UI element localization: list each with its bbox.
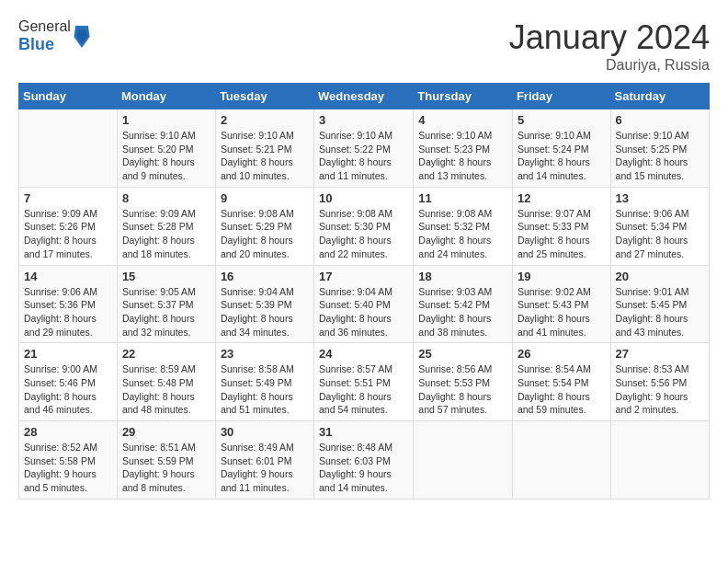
weekday-header-tuesday: Tuesday (215, 84, 313, 109)
calendar-cell: 2Sunrise: 9:10 AM Sunset: 5:21 PM Daylig… (215, 109, 313, 188)
day-info: Sunrise: 9:07 AM Sunset: 5:33 PM Dayligh… (518, 207, 606, 261)
calendar-cell: 14Sunrise: 9:06 AM Sunset: 5:36 PM Dayli… (19, 265, 118, 343)
month-year-title: January 2024 (509, 18, 710, 57)
calendar-cell: 18Sunrise: 9:03 AM Sunset: 5:42 PM Dayli… (414, 265, 513, 343)
day-number: 22 (122, 347, 210, 361)
calendar-cell: 15Sunrise: 9:05 AM Sunset: 5:37 PM Dayli… (117, 265, 215, 343)
day-info: Sunrise: 9:09 AM Sunset: 5:28 PM Dayligh… (122, 207, 210, 261)
day-info: Sunrise: 9:10 AM Sunset: 5:21 PM Dayligh… (221, 129, 309, 183)
day-number: 29 (122, 425, 210, 439)
day-number: 10 (319, 191, 408, 205)
day-info: Sunrise: 8:51 AM Sunset: 5:59 PM Dayligh… (122, 441, 210, 495)
day-number: 7 (24, 191, 112, 205)
calendar-cell: 28Sunrise: 8:52 AM Sunset: 5:58 PM Dayli… (19, 421, 118, 500)
calendar-week-row: 21Sunrise: 9:00 AM Sunset: 5:46 PM Dayli… (19, 343, 710, 421)
day-number: 6 (616, 113, 704, 127)
calendar-cell: 3Sunrise: 9:10 AM Sunset: 5:22 PM Daylig… (314, 109, 414, 188)
day-number: 2 (221, 113, 309, 127)
calendar-cell: 16Sunrise: 9:04 AM Sunset: 5:39 PM Dayli… (215, 265, 313, 343)
weekday-header-wednesday: Wednesday (314, 84, 414, 109)
day-info: Sunrise: 8:49 AM Sunset: 6:01 PM Dayligh… (221, 441, 309, 495)
weekday-header-saturday: Saturday (610, 84, 709, 109)
day-info: Sunrise: 9:04 AM Sunset: 5:39 PM Dayligh… (221, 285, 309, 339)
day-info: Sunrise: 8:53 AM Sunset: 5:56 PM Dayligh… (616, 362, 704, 417)
calendar-cell: 17Sunrise: 9:04 AM Sunset: 5:40 PM Dayli… (314, 265, 414, 343)
calendar-cell: 31Sunrise: 8:48 AM Sunset: 6:03 PM Dayli… (314, 421, 414, 500)
day-number: 9 (221, 191, 309, 205)
day-info: Sunrise: 9:09 AM Sunset: 5:26 PM Dayligh… (24, 207, 112, 261)
day-info: Sunrise: 9:00 AM Sunset: 5:46 PM Dayligh… (24, 362, 112, 417)
day-info: Sunrise: 9:08 AM Sunset: 5:32 PM Dayligh… (418, 207, 507, 261)
calendar-cell: 5Sunrise: 9:10 AM Sunset: 5:24 PM Daylig… (512, 109, 610, 188)
calendar-cell: 27Sunrise: 8:53 AM Sunset: 5:56 PM Dayli… (610, 343, 709, 421)
calendar-cell (19, 109, 118, 188)
calendar-cell (610, 421, 709, 500)
weekday-header-row: SundayMondayTuesdayWednesdayThursdayFrid… (19, 84, 710, 109)
day-number: 26 (518, 347, 606, 361)
day-number: 20 (616, 270, 704, 283)
day-info: Sunrise: 8:59 AM Sunset: 5:48 PM Dayligh… (122, 362, 210, 417)
calendar-cell: 23Sunrise: 8:58 AM Sunset: 5:49 PM Dayli… (215, 343, 313, 421)
day-number: 21 (24, 347, 112, 361)
weekday-header-sunday: Sunday (19, 84, 118, 109)
calendar-week-row: 28Sunrise: 8:52 AM Sunset: 5:58 PM Dayli… (19, 421, 710, 500)
calendar-cell: 12Sunrise: 9:07 AM Sunset: 5:33 PM Dayli… (512, 187, 610, 265)
calendar-week-row: 7Sunrise: 9:09 AM Sunset: 5:26 PM Daylig… (19, 187, 710, 265)
calendar-cell: 1Sunrise: 9:10 AM Sunset: 5:20 PM Daylig… (117, 109, 215, 188)
calendar-cell: 22Sunrise: 8:59 AM Sunset: 5:48 PM Dayli… (117, 343, 215, 421)
calendar-cell: 4Sunrise: 9:10 AM Sunset: 5:23 PM Daylig… (414, 109, 513, 188)
day-number: 11 (418, 191, 507, 205)
day-info: Sunrise: 9:10 AM Sunset: 5:22 PM Dayligh… (319, 129, 408, 183)
day-number: 13 (616, 191, 704, 205)
calendar-cell: 21Sunrise: 9:00 AM Sunset: 5:46 PM Dayli… (19, 343, 118, 421)
logo-general-text: General (18, 18, 71, 34)
calendar-cell: 13Sunrise: 9:06 AM Sunset: 5:34 PM Dayli… (610, 187, 709, 265)
weekday-header-friday: Friday (512, 84, 610, 109)
day-info: Sunrise: 9:10 AM Sunset: 5:23 PM Dayligh… (418, 129, 507, 183)
calendar-cell: 29Sunrise: 8:51 AM Sunset: 5:59 PM Dayli… (117, 421, 215, 500)
day-info: Sunrise: 8:52 AM Sunset: 5:58 PM Dayligh… (24, 441, 112, 495)
day-info: Sunrise: 9:06 AM Sunset: 5:36 PM Dayligh… (24, 285, 112, 339)
calendar-cell: 7Sunrise: 9:09 AM Sunset: 5:26 PM Daylig… (19, 187, 118, 265)
day-info: Sunrise: 8:58 AM Sunset: 5:49 PM Dayligh… (221, 362, 309, 417)
calendar-cell: 20Sunrise: 9:01 AM Sunset: 5:45 PM Dayli… (610, 265, 709, 343)
day-number: 30 (221, 425, 309, 439)
day-number: 16 (221, 270, 309, 283)
day-info: Sunrise: 8:57 AM Sunset: 5:51 PM Dayligh… (319, 362, 408, 417)
location-subtitle: Dauriya, Russia (509, 57, 710, 74)
day-number: 3 (319, 113, 408, 127)
day-info: Sunrise: 9:08 AM Sunset: 5:30 PM Dayligh… (319, 207, 408, 261)
calendar-cell (512, 421, 610, 500)
weekday-header-monday: Monday (117, 84, 215, 109)
calendar-cell: 25Sunrise: 8:56 AM Sunset: 5:53 PM Dayli… (414, 343, 513, 421)
title-area: January 2024 Dauriya, Russia (509, 18, 710, 74)
day-info: Sunrise: 9:02 AM Sunset: 5:43 PM Dayligh… (518, 285, 606, 339)
calendar-table: SundayMondayTuesdayWednesdayThursdayFrid… (18, 83, 710, 500)
day-number: 14 (24, 270, 112, 283)
calendar-cell: 6Sunrise: 9:10 AM Sunset: 5:25 PM Daylig… (610, 109, 709, 188)
day-number: 31 (319, 425, 408, 439)
day-number: 4 (418, 113, 507, 127)
day-info: Sunrise: 9:10 AM Sunset: 5:24 PM Dayligh… (518, 129, 606, 183)
day-number: 8 (122, 191, 210, 205)
day-number: 17 (319, 270, 408, 283)
day-info: Sunrise: 9:05 AM Sunset: 5:37 PM Dayligh… (122, 285, 210, 339)
calendar-cell: 9Sunrise: 9:08 AM Sunset: 5:29 PM Daylig… (215, 187, 313, 265)
weekday-header-thursday: Thursday (414, 84, 513, 109)
calendar-week-row: 14Sunrise: 9:06 AM Sunset: 5:36 PM Dayli… (19, 265, 710, 343)
day-info: Sunrise: 9:10 AM Sunset: 5:25 PM Dayligh… (616, 129, 704, 183)
day-info: Sunrise: 8:48 AM Sunset: 6:03 PM Dayligh… (319, 441, 408, 495)
calendar-cell: 8Sunrise: 9:09 AM Sunset: 5:28 PM Daylig… (117, 187, 215, 265)
logo-blue-text: Blue (18, 35, 54, 53)
calendar-cell: 26Sunrise: 8:54 AM Sunset: 5:54 PM Dayli… (512, 343, 610, 421)
calendar-cell: 10Sunrise: 9:08 AM Sunset: 5:30 PM Dayli… (314, 187, 414, 265)
calendar-cell: 30Sunrise: 8:49 AM Sunset: 6:01 PM Dayli… (215, 421, 313, 500)
day-number: 25 (418, 347, 507, 361)
day-number: 5 (518, 113, 606, 127)
calendar-cell: 19Sunrise: 9:02 AM Sunset: 5:43 PM Dayli… (512, 265, 610, 343)
logo: General Blue (18, 18, 91, 54)
day-info: Sunrise: 8:56 AM Sunset: 5:53 PM Dayligh… (418, 362, 507, 417)
day-number: 27 (616, 347, 704, 361)
day-info: Sunrise: 8:54 AM Sunset: 5:54 PM Dayligh… (518, 362, 606, 417)
calendar-cell: 24Sunrise: 8:57 AM Sunset: 5:51 PM Dayli… (314, 343, 414, 421)
